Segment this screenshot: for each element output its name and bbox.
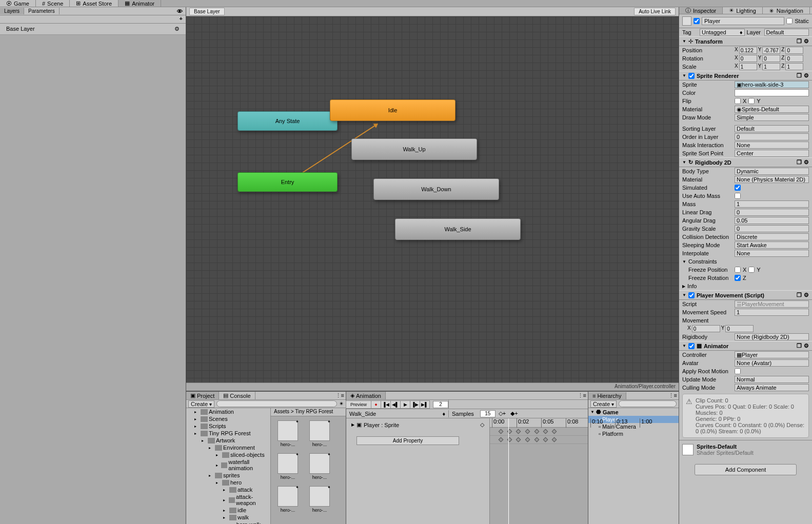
rigidbody-header[interactable]: ▼↻Rigidbody 2D❐⚙	[679, 157, 812, 167]
create-menu[interactable]: Create ▾	[188, 400, 214, 408]
pos-y[interactable]	[762, 47, 780, 54]
animator-graph[interactable]: Any State Entry Idle Walk_Up Walk_Down W…	[186, 16, 679, 382]
sprite-renderer-header[interactable]: ▼Sprite Renderer❐⚙	[679, 71, 812, 80]
tree-item[interactable]: ▸hero	[186, 479, 270, 486]
gameobject-icon[interactable]	[682, 16, 691, 26]
tab-parameters[interactable]: Parameters	[24, 8, 60, 14]
rb-material-field[interactable]: None (Physics Material 2D)	[735, 176, 809, 183]
scale-x[interactable]	[739, 63, 757, 70]
freeze-rot-z[interactable]	[735, 275, 741, 281]
gear-icon[interactable]: ⚙	[804, 342, 809, 349]
keyframe[interactable]	[534, 437, 540, 442]
project-breadcrumb[interactable]: Assets > Tiny RPG Forest	[271, 408, 346, 416]
tree-item[interactable]: ▸Tiny RPG Forest	[186, 430, 270, 437]
play-button[interactable]: ▶	[400, 400, 410, 409]
asset-item[interactable]: hero-...	[307, 453, 332, 480]
material-preview[interactable]: Sprites-Default Shader Sprites/Default	[679, 440, 812, 459]
help-icon[interactable]: ❐	[797, 38, 802, 45]
filter-icon[interactable]: ✴	[339, 400, 344, 407]
active-checkbox[interactable]	[694, 18, 700, 24]
playhead[interactable]	[508, 418, 509, 524]
timeline[interactable]: 0:000:020:050:080:100:131:00	[490, 418, 588, 524]
scale-y[interactable]	[762, 63, 780, 70]
tab-hierarchy[interactable]: ≡Hierarchy	[588, 392, 626, 399]
keyframe[interactable]	[552, 429, 557, 434]
node-entry[interactable]: Entry	[237, 172, 338, 192]
gear-icon[interactable]: ⚙	[804, 159, 809, 166]
tree-item[interactable]: ▸sliced-objects	[186, 451, 270, 458]
tree-item[interactable]: ▸attack	[186, 486, 270, 493]
keyframe[interactable]	[499, 429, 504, 434]
pos-z[interactable]	[785, 47, 803, 54]
asset-item[interactable]: hero-...	[275, 486, 301, 513]
draw-mode-dropdown[interactable]: Simple	[735, 114, 809, 121]
animator-enable[interactable]	[688, 343, 695, 349]
mass-field[interactable]: 1	[735, 200, 809, 208]
controller-field[interactable]: ▦Player	[735, 351, 809, 358]
prev-key-button[interactable]: ◀▌	[390, 400, 401, 409]
speed-field[interactable]: 1	[735, 309, 809, 316]
help-icon[interactable]: ❐	[797, 292, 802, 298]
tree-item[interactable]: ▸idle	[186, 507, 270, 514]
script-field[interactable]: ☰ PlayerMovement	[735, 300, 809, 308]
last-frame-button[interactable]: ▶▌	[420, 400, 430, 409]
root-motion-checkbox[interactable]	[735, 368, 741, 374]
add-layer-button[interactable]: +	[176, 15, 186, 23]
interpolate-dropdown[interactable]: None	[735, 250, 809, 257]
sleep-dropdown[interactable]: Start Awake	[735, 241, 809, 249]
gravity-field[interactable]: 0	[735, 225, 809, 232]
avatar-field[interactable]: None (Avatar)	[735, 359, 809, 367]
flip-x[interactable]	[735, 98, 741, 104]
color-field[interactable]	[735, 89, 809, 96]
help-icon[interactable]: ❐	[797, 342, 802, 349]
tab-navigation[interactable]: ⛯Navigation	[763, 7, 810, 14]
tab-scene[interactable]: #Scene	[36, 0, 70, 7]
freeze-pos-x[interactable]	[735, 267, 741, 273]
tree-item[interactable]: hero-walk-bac	[186, 521, 270, 524]
freeze-pos-y[interactable]	[748, 267, 755, 273]
property-row[interactable]: ▶ ▣ Player : Sprite ◇	[346, 418, 489, 431]
animator-comp-header[interactable]: ▼▦Animator❐⚙	[679, 341, 812, 351]
mask-dropdown[interactable]: None	[735, 142, 809, 149]
tree-item[interactable]: ▸Scripts	[186, 422, 270, 430]
panel-menu-icon[interactable]: ⋮≡	[667, 392, 679, 399]
next-key-button[interactable]: ▐▶	[410, 400, 420, 409]
scene-row[interactable]: ▼⬣Game	[588, 408, 679, 416]
gear-icon[interactable]: ⚙	[804, 292, 809, 298]
culling-dropdown[interactable]: Always Animate	[735, 384, 809, 391]
add-property-button[interactable]: Add Property	[357, 436, 459, 445]
asset-item[interactable]: hero-...	[275, 453, 301, 480]
movement-x[interactable]	[692, 325, 720, 332]
keyframe[interactable]	[516, 437, 521, 442]
sprite-renderer-enable[interactable]	[688, 73, 695, 79]
hierarchy-item-platform[interactable]: ▫Platform	[588, 430, 679, 437]
node-walk-down[interactable]: Walk_Down	[373, 178, 499, 200]
add-component-button[interactable]: Add Component	[695, 464, 797, 475]
keyframe[interactable]	[525, 429, 530, 434]
sr-material-field[interactable]: ◉Sprites-Default	[735, 106, 809, 113]
player-movement-header[interactable]: ▼Player Movement (Script)❐⚙	[679, 290, 812, 300]
eye-toggle[interactable]: 👁	[174, 8, 186, 14]
tree-item[interactable]: ▸Artwork	[186, 437, 270, 444]
node-walk-up[interactable]: Walk_Up	[351, 138, 477, 160]
help-icon[interactable]: ❐	[797, 72, 802, 79]
sorting-layer-dropdown[interactable]: Default	[735, 125, 809, 132]
tree-item[interactable]: ▸Animation	[186, 408, 270, 415]
rot-y[interactable]	[762, 55, 780, 62]
linear-drag-field[interactable]: 0	[735, 209, 809, 216]
tab-animator[interactable]: ▦Animator	[118, 0, 161, 7]
pm-rigidbody-field[interactable]: None (Rigidbody 2D)	[735, 333, 809, 340]
collision-dropdown[interactable]: Discrete	[735, 233, 809, 240]
add-event-icon[interactable]: ◆+	[509, 410, 519, 417]
tab-game[interactable]: ⦿Game	[0, 0, 36, 7]
flip-y[interactable]	[748, 98, 755, 104]
hierarchy-search[interactable]	[619, 400, 677, 407]
project-search[interactable]	[216, 400, 337, 407]
keyframe[interactable]	[534, 429, 540, 434]
keyframe[interactable]	[516, 429, 521, 434]
layer-dropdown[interactable]: Default	[764, 29, 809, 36]
gear-icon[interactable]: ⚙	[174, 26, 180, 32]
keyframe[interactable]	[525, 437, 530, 442]
object-name-field[interactable]	[702, 17, 784, 25]
hierarchy-create[interactable]: Create ▾	[590, 400, 617, 408]
